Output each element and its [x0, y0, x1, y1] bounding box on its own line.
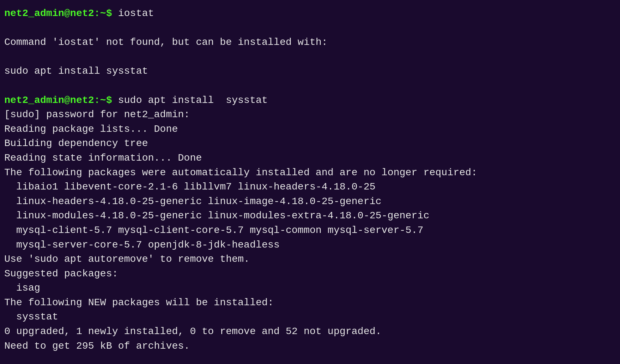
empty-line — [4, 79, 616, 93]
terminal-indented-line: mysql-server-core-5.7 openjdk-8-jdk-head… — [4, 238, 616, 253]
terminal-indented-line: isag — [4, 281, 616, 296]
terminal-prompt-line: net2_admin@net2:~$ sudo apt install syss… — [4, 93, 616, 108]
empty-line — [4, 21, 616, 36]
terminal-output-line: sudo apt install sysstat — [4, 64, 616, 79]
terminal-indented-line: linux-modules-4.18.0-25-generic linux-mo… — [4, 209, 616, 223]
terminal-indented-line: mysql-client-5.7 mysql-client-core-5.7 m… — [4, 223, 616, 238]
terminal-output-line: The following packages were automaticall… — [4, 166, 616, 180]
terminal-output-line: The following NEW packages will be insta… — [4, 296, 616, 310]
terminal-output-line: Command 'iostat' not found, but can be i… — [4, 35, 616, 50]
prompt-text: net2_admin@net2:~$ — [4, 8, 112, 19]
prompt-text: net2_admin@net2:~$ — [4, 95, 112, 106]
terminal-output-line: [sudo] password for net2_admin: — [4, 108, 616, 122]
empty-line — [4, 50, 616, 64]
terminal-indented-line: libaio1 libevent-core-2.1-6 libllvm7 lin… — [4, 180, 616, 194]
terminal-output-line: Need to get 295 kB of archives. — [4, 339, 616, 354]
terminal-indented-line: sysstat — [4, 310, 616, 324]
terminal-output-line: Suggested packages: — [4, 267, 616, 281]
terminal-prompt-line: net2_admin@net2:~$ iostat — [4, 6, 616, 21]
terminal-output-line: Reading package lists... Done — [4, 122, 616, 137]
terminal-output-line: Building dependency tree — [4, 136, 616, 151]
terminal-output-line: Reading state information... Done — [4, 151, 616, 166]
terminal-output-line: Use 'sudo apt autoremove' to remove them… — [4, 252, 616, 267]
command-text: sudo apt install sysstat — [112, 95, 268, 106]
terminal-window: net2_admin@net2:~$ iostatCommand 'iostat… — [0, 4, 620, 364]
terminal-output-line: 0 upgraded, 1 newly installed, 0 to remo… — [4, 324, 616, 339]
command-text: iostat — [112, 8, 154, 19]
terminal-indented-line: linux-headers-4.18.0-25-generic linux-im… — [4, 194, 616, 209]
